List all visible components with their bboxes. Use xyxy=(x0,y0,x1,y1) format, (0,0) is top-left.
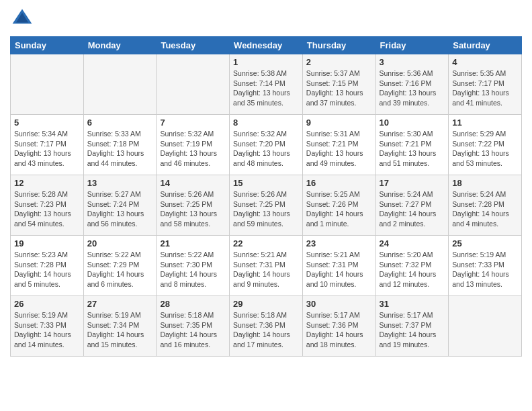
day-info: Sunrise: 5:25 AM Sunset: 7:26 PM Dayligh… xyxy=(306,189,372,229)
day-number: 19 xyxy=(14,238,80,248)
day-cell: 18Sunrise: 5:24 AM Sunset: 7:28 PM Dayli… xyxy=(449,175,522,236)
day-info: Sunrise: 5:22 AM Sunset: 7:30 PM Dayligh… xyxy=(160,250,226,289)
day-number: 9 xyxy=(306,118,372,128)
day-cell: 22Sunrise: 5:21 AM Sunset: 7:31 PM Dayli… xyxy=(230,236,303,296)
day-info: Sunrise: 5:22 AM Sunset: 7:29 PM Dayligh… xyxy=(87,250,153,289)
day-cell: 29Sunrise: 5:18 AM Sunset: 7:36 PM Dayli… xyxy=(230,296,303,357)
day-cell: 25Sunrise: 5:19 AM Sunset: 7:33 PM Dayli… xyxy=(449,236,522,296)
day-info: Sunrise: 5:24 AM Sunset: 7:27 PM Dayligh… xyxy=(380,189,445,229)
day-number: 6 xyxy=(87,118,153,128)
day-cell xyxy=(157,54,230,115)
day-info: Sunrise: 5:18 AM Sunset: 7:36 PM Dayligh… xyxy=(233,310,299,350)
logo xyxy=(10,7,37,31)
day-info: Sunrise: 5:17 AM Sunset: 7:37 PM Dayligh… xyxy=(380,310,445,350)
day-number: 20 xyxy=(87,238,153,248)
header xyxy=(10,7,522,31)
day-number: 25 xyxy=(452,238,518,248)
day-number: 5 xyxy=(14,118,80,128)
week-row-5: 26Sunrise: 5:19 AM Sunset: 7:33 PM Dayli… xyxy=(11,296,522,357)
day-number: 21 xyxy=(160,238,226,248)
day-number: 2 xyxy=(306,57,372,67)
day-cell xyxy=(11,54,84,115)
day-info: Sunrise: 5:36 AM Sunset: 7:16 PM Dayligh… xyxy=(380,68,445,108)
day-cell: 27Sunrise: 5:19 AM Sunset: 7:34 PM Dayli… xyxy=(83,296,157,357)
day-number: 24 xyxy=(380,238,445,248)
day-info: Sunrise: 5:26 AM Sunset: 7:25 PM Dayligh… xyxy=(160,189,226,229)
day-info: Sunrise: 5:18 AM Sunset: 7:35 PM Dayligh… xyxy=(160,310,226,350)
day-cell: 12Sunrise: 5:28 AM Sunset: 7:23 PM Dayli… xyxy=(11,175,84,236)
day-info: Sunrise: 5:21 AM Sunset: 7:31 PM Dayligh… xyxy=(233,250,299,289)
day-info: Sunrise: 5:38 AM Sunset: 7:14 PM Dayligh… xyxy=(233,68,299,108)
day-cell: 5Sunrise: 5:34 AM Sunset: 7:17 PM Daylig… xyxy=(11,115,84,175)
day-cell: 30Sunrise: 5:17 AM Sunset: 7:36 PM Dayli… xyxy=(302,296,375,357)
day-cell xyxy=(83,54,157,115)
day-info: Sunrise: 5:23 AM Sunset: 7:28 PM Dayligh… xyxy=(14,250,80,289)
day-number: 30 xyxy=(306,299,372,309)
day-cell: 19Sunrise: 5:23 AM Sunset: 7:28 PM Dayli… xyxy=(11,236,84,296)
day-info: Sunrise: 5:20 AM Sunset: 7:32 PM Dayligh… xyxy=(380,250,445,289)
day-cell: 15Sunrise: 5:26 AM Sunset: 7:25 PM Dayli… xyxy=(230,175,303,236)
weekday-header-tuesday: Tuesday xyxy=(157,37,230,54)
day-info: Sunrise: 5:32 AM Sunset: 7:20 PM Dayligh… xyxy=(233,129,299,169)
weekday-header-thursday: Thursday xyxy=(302,37,375,54)
day-cell: 23Sunrise: 5:21 AM Sunset: 7:31 PM Dayli… xyxy=(302,236,375,296)
day-number: 26 xyxy=(14,299,80,309)
day-number: 10 xyxy=(380,118,445,128)
day-cell: 2Sunrise: 5:37 AM Sunset: 7:15 PM Daylig… xyxy=(302,54,375,115)
day-cell: 16Sunrise: 5:25 AM Sunset: 7:26 PM Dayli… xyxy=(302,175,375,236)
weekday-header-wednesday: Wednesday xyxy=(230,37,303,54)
day-cell: 9Sunrise: 5:31 AM Sunset: 7:21 PM Daylig… xyxy=(302,115,375,175)
day-info: Sunrise: 5:34 AM Sunset: 7:17 PM Dayligh… xyxy=(14,129,80,169)
day-number: 22 xyxy=(233,238,299,248)
week-row-1: 1Sunrise: 5:38 AM Sunset: 7:14 PM Daylig… xyxy=(11,54,522,115)
day-cell: 11Sunrise: 5:29 AM Sunset: 7:22 PM Dayli… xyxy=(449,115,522,175)
day-number: 28 xyxy=(160,299,226,309)
day-info: Sunrise: 5:17 AM Sunset: 7:36 PM Dayligh… xyxy=(306,310,372,350)
day-cell: 21Sunrise: 5:22 AM Sunset: 7:30 PM Dayli… xyxy=(157,236,230,296)
day-cell: 31Sunrise: 5:17 AM Sunset: 7:37 PM Dayli… xyxy=(375,296,449,357)
week-row-4: 19Sunrise: 5:23 AM Sunset: 7:28 PM Dayli… xyxy=(11,236,522,296)
weekday-header-sunday: Sunday xyxy=(11,37,84,54)
day-info: Sunrise: 5:30 AM Sunset: 7:21 PM Dayligh… xyxy=(380,129,445,169)
day-number: 7 xyxy=(160,118,226,128)
day-info: Sunrise: 5:21 AM Sunset: 7:31 PM Dayligh… xyxy=(306,250,372,289)
week-row-3: 12Sunrise: 5:28 AM Sunset: 7:23 PM Dayli… xyxy=(11,175,522,236)
day-number: 12 xyxy=(14,178,80,188)
day-number: 8 xyxy=(233,118,299,128)
day-cell: 17Sunrise: 5:24 AM Sunset: 7:27 PM Dayli… xyxy=(375,175,449,236)
day-info: Sunrise: 5:27 AM Sunset: 7:24 PM Dayligh… xyxy=(87,189,153,229)
day-cell: 8Sunrise: 5:32 AM Sunset: 7:20 PM Daylig… xyxy=(230,115,303,175)
day-number: 16 xyxy=(306,178,372,188)
day-number: 29 xyxy=(233,299,299,309)
day-cell xyxy=(449,296,522,357)
day-info: Sunrise: 5:19 AM Sunset: 7:33 PM Dayligh… xyxy=(14,310,80,350)
calendar: SundayMondayTuesdayWednesdayThursdayFrid… xyxy=(10,36,522,357)
weekday-header-monday: Monday xyxy=(83,37,157,54)
day-info: Sunrise: 5:33 AM Sunset: 7:18 PM Dayligh… xyxy=(87,129,153,169)
day-info: Sunrise: 5:19 AM Sunset: 7:33 PM Dayligh… xyxy=(452,250,518,289)
day-cell: 26Sunrise: 5:19 AM Sunset: 7:33 PM Dayli… xyxy=(11,296,84,357)
day-info: Sunrise: 5:32 AM Sunset: 7:19 PM Dayligh… xyxy=(160,129,226,169)
day-info: Sunrise: 5:24 AM Sunset: 7:28 PM Dayligh… xyxy=(452,189,518,229)
day-info: Sunrise: 5:28 AM Sunset: 7:23 PM Dayligh… xyxy=(14,189,80,229)
day-info: Sunrise: 5:29 AM Sunset: 7:22 PM Dayligh… xyxy=(452,129,518,169)
day-number: 27 xyxy=(87,299,153,309)
day-number: 11 xyxy=(452,118,518,128)
day-number: 23 xyxy=(306,238,372,248)
day-cell: 10Sunrise: 5:30 AM Sunset: 7:21 PM Dayli… xyxy=(375,115,449,175)
logo-icon xyxy=(10,7,34,31)
day-number: 15 xyxy=(233,178,299,188)
day-number: 13 xyxy=(87,178,153,188)
weekday-header-friday: Friday xyxy=(375,37,449,54)
day-info: Sunrise: 5:31 AM Sunset: 7:21 PM Dayligh… xyxy=(306,129,372,169)
day-cell: 4Sunrise: 5:35 AM Sunset: 7:17 PM Daylig… xyxy=(449,54,522,115)
weekday-header-saturday: Saturday xyxy=(449,37,522,54)
day-cell: 28Sunrise: 5:18 AM Sunset: 7:35 PM Dayli… xyxy=(157,296,230,357)
day-number: 17 xyxy=(380,178,445,188)
day-cell: 3Sunrise: 5:36 AM Sunset: 7:16 PM Daylig… xyxy=(375,54,449,115)
day-cell: 24Sunrise: 5:20 AM Sunset: 7:32 PM Dayli… xyxy=(375,236,449,296)
page-container: SundayMondayTuesdayWednesdayThursdayFrid… xyxy=(0,0,532,367)
day-number: 4 xyxy=(452,57,518,67)
day-cell: 7Sunrise: 5:32 AM Sunset: 7:19 PM Daylig… xyxy=(157,115,230,175)
day-cell: 1Sunrise: 5:38 AM Sunset: 7:14 PM Daylig… xyxy=(230,54,303,115)
